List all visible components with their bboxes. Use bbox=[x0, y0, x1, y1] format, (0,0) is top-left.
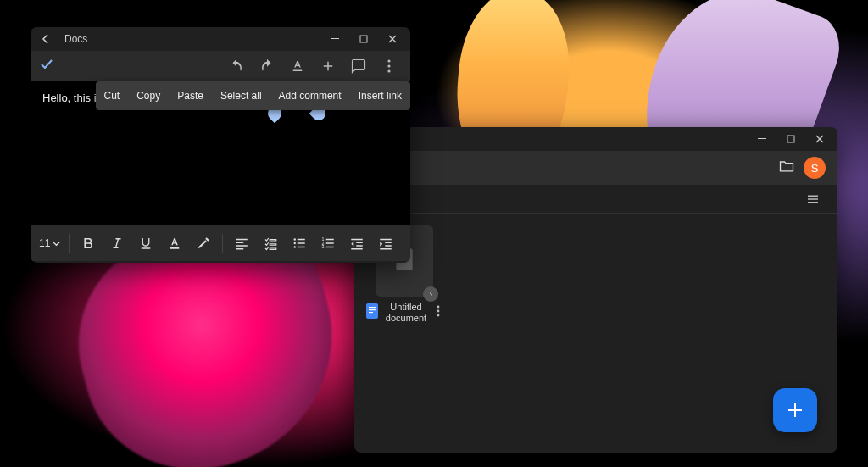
close-button[interactable] bbox=[378, 27, 407, 51]
undo-button[interactable] bbox=[224, 53, 249, 79]
bold-button[interactable] bbox=[75, 230, 102, 257]
sort-row: Name bbox=[354, 185, 837, 214]
document-more-button[interactable] bbox=[434, 305, 442, 320]
maximize-button[interactable] bbox=[776, 127, 805, 151]
numbered-list-button[interactable]: 123 bbox=[314, 230, 342, 257]
align-button[interactable] bbox=[228, 230, 255, 257]
offline-badge-icon bbox=[423, 286, 438, 302]
open-folder-button[interactable] bbox=[778, 158, 795, 178]
bulleted-list-button[interactable] bbox=[286, 230, 313, 257]
svg-rect-11 bbox=[369, 309, 376, 310]
context-add-comment[interactable]: Add comment bbox=[270, 81, 350, 110]
svg-rect-0 bbox=[758, 138, 766, 139]
document-title: Untitled document bbox=[382, 302, 430, 324]
redo-button[interactable] bbox=[254, 53, 280, 79]
svg-rect-1 bbox=[787, 136, 794, 142]
document-canvas[interactable]: Cut Copy Paste Select all Add comment In… bbox=[31, 81, 410, 225]
checklist-button[interactable] bbox=[257, 230, 284, 257]
increase-indent-button[interactable] bbox=[372, 230, 399, 257]
list-view-toggle[interactable] bbox=[800, 186, 826, 212]
comment-button[interactable] bbox=[346, 53, 371, 79]
minimize-button[interactable] bbox=[748, 127, 776, 151]
svg-point-22 bbox=[387, 69, 390, 72]
svg-point-15 bbox=[437, 314, 440, 317]
close-button[interactable] bbox=[805, 127, 834, 151]
font-size-picker[interactable]: 11 bbox=[36, 237, 64, 249]
context-insert-link[interactable]: Insert link bbox=[350, 81, 410, 110]
svg-rect-17 bbox=[360, 36, 367, 42]
context-paste[interactable]: Paste bbox=[169, 81, 212, 110]
svg-rect-10 bbox=[369, 307, 376, 308]
docs-editor-window: Docs bbox=[31, 27, 410, 263]
toolbar-divider bbox=[69, 234, 70, 253]
svg-point-23 bbox=[294, 238, 296, 240]
list-header: Docs S bbox=[354, 151, 837, 185]
minimize-button[interactable] bbox=[320, 27, 349, 51]
context-menu: Cut Copy Paste Select all Add comment In… bbox=[96, 81, 411, 110]
docs-file-icon bbox=[366, 303, 378, 322]
docs-list-window: Docs S Name bbox=[354, 127, 837, 453]
insert-button[interactable] bbox=[315, 53, 341, 79]
new-document-fab[interactable] bbox=[773, 388, 817, 432]
svg-point-20 bbox=[387, 59, 390, 62]
more-menu-button[interactable] bbox=[376, 53, 402, 79]
svg-point-13 bbox=[437, 306, 440, 309]
list-titlebar bbox=[354, 127, 837, 151]
svg-text:3: 3 bbox=[322, 244, 325, 249]
highlight-button[interactable] bbox=[190, 230, 217, 257]
back-button[interactable] bbox=[34, 27, 58, 51]
editor-action-bar bbox=[31, 51, 410, 81]
svg-point-25 bbox=[294, 246, 296, 247]
svg-point-24 bbox=[294, 242, 296, 244]
account-avatar[interactable]: S bbox=[804, 157, 826, 179]
format-toolbar: 11 123 bbox=[31, 225, 410, 261]
avatar-initial: S bbox=[811, 162, 819, 175]
decrease-indent-button[interactable] bbox=[343, 230, 370, 257]
toolbar-divider bbox=[222, 234, 223, 253]
editor-titlebar: Docs bbox=[31, 27, 410, 51]
context-cut[interactable]: Cut bbox=[96, 81, 129, 110]
svg-rect-12 bbox=[369, 312, 373, 313]
svg-rect-9 bbox=[366, 303, 378, 319]
italic-button[interactable] bbox=[103, 230, 131, 257]
text-format-button[interactable] bbox=[285, 53, 310, 79]
context-copy[interactable]: Copy bbox=[128, 81, 169, 110]
text-color-button[interactable] bbox=[161, 230, 188, 257]
chevron-down-icon bbox=[53, 240, 60, 247]
svg-point-14 bbox=[437, 310, 440, 313]
context-select-all[interactable]: Select all bbox=[212, 81, 270, 110]
svg-point-21 bbox=[387, 64, 390, 67]
done-check-icon[interactable] bbox=[39, 57, 54, 75]
editor-app-title: Docs bbox=[64, 33, 87, 45]
underline-button[interactable] bbox=[132, 230, 159, 257]
maximize-button[interactable] bbox=[349, 27, 378, 51]
documents-grid: Untitled document bbox=[354, 214, 837, 425]
svg-rect-16 bbox=[331, 38, 339, 39]
